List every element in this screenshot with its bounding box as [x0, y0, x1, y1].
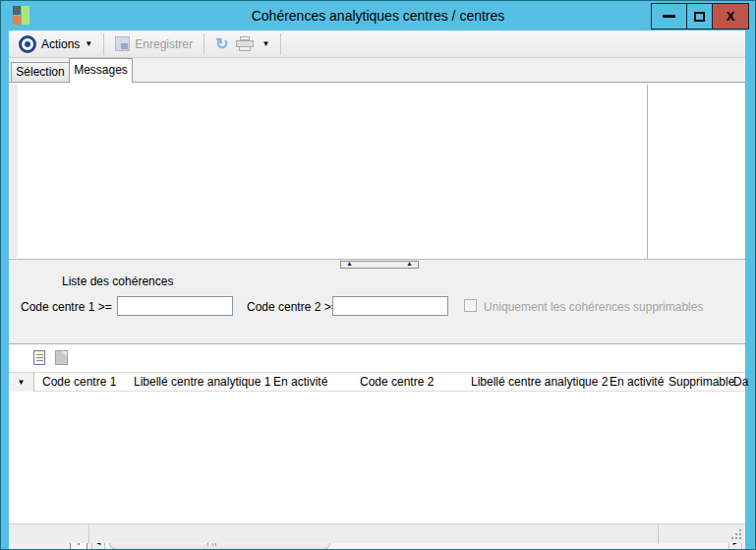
tabstrip: Sélection Messages — [9, 58, 745, 82]
tab-messages[interactable]: Messages — [69, 58, 133, 83]
print-dropdown-button[interactable]: ▼ — [258, 38, 273, 50]
toolbar-separator — [103, 33, 104, 55]
minimize-button[interactable] — [651, 3, 687, 30]
actions-target-icon — [19, 35, 36, 53]
actions-label: Actions — [41, 37, 80, 51]
code-centre-2-label: Code centre 2 >= — [247, 300, 338, 314]
row-selector-header[interactable]: ▼ — [9, 373, 33, 392]
printer-icon — [236, 36, 254, 51]
code-centre-2-input[interactable] — [332, 296, 448, 316]
print-dropdown-icon: ▼ — [262, 40, 269, 48]
toolbar-separator — [280, 33, 281, 55]
titlebar: Cohérences analytiques centres / centres… — [1, 1, 755, 31]
export-icon[interactable] — [55, 350, 68, 365]
actions-dropdown-icon: ▼ — [85, 40, 92, 48]
supprimables-checkbox-label: Uniquement les cohérences supprimables — [484, 300, 703, 314]
code-centre-1-label: Code centre 1 >= — [21, 300, 112, 314]
grid-toolbar — [9, 344, 745, 373]
splitter-up-icon[interactable]: ▲ — [346, 260, 353, 268]
refresh-button[interactable]: ↻ — [211, 34, 232, 54]
grid-body-empty — [9, 392, 745, 533]
column-header-code-centre-2[interactable]: Code centre 2 — [360, 375, 434, 389]
tab-selection[interactable]: Sélection — [11, 62, 70, 82]
resize-grip[interactable] — [729, 527, 741, 539]
actions-button[interactable]: Actions ▼ — [15, 33, 96, 55]
messages-panel-divider — [647, 85, 648, 259]
column-header-en-activite-1[interactable]: En activité — [273, 375, 327, 389]
refresh-icon: ↻ — [215, 36, 228, 52]
close-button[interactable]: X — [712, 3, 749, 30]
code-centre-1-input[interactable] — [117, 296, 233, 316]
column-header-supprimable[interactable]: Supprimable — [669, 375, 734, 389]
save-icon — [115, 36, 130, 51]
document-list-icon[interactable] — [33, 350, 45, 365]
column-header-code-centre-1[interactable]: Code centre 1 — [42, 375, 116, 389]
section-title: Liste des cohérences — [62, 275, 173, 288]
splitter-handle[interactable]: ▲ ▲ — [340, 261, 419, 269]
coherences-grid: ▼ Code centre 1 Libellé centre analytiqu… — [9, 343, 745, 520]
save-button[interactable]: Enregistrer — [111, 34, 197, 53]
status-separator — [88, 524, 89, 544]
minimize-icon — [663, 15, 675, 18]
column-header-libelle-2[interactable]: Libellé centre analytique 2 — [471, 375, 608, 389]
messages-panel — [9, 82, 745, 260]
application-window: Cohérences analytiques centres / centres… — [0, 0, 756, 550]
supprimables-checkbox[interactable] — [464, 299, 477, 312]
status-bar — [9, 523, 745, 543]
grid-header: ▼ Code centre 1 Libellé centre analytiqu… — [9, 373, 745, 392]
column-header-date-truncated[interactable]: Da — [733, 375, 748, 389]
filter-section: Liste des cohérences Code centre 1 >= Co… — [9, 269, 745, 343]
print-button[interactable] — [232, 34, 258, 53]
main-toolbar: Actions ▼ Enregistrer ↻ ▼ — [9, 31, 745, 58]
column-header-libelle-1[interactable]: Libellé centre analytique 1 — [134, 375, 270, 389]
save-label: Enregistrer — [135, 37, 193, 51]
window-title: Cohérences analytiques centres / centres — [1, 1, 755, 31]
splitter-up-icon[interactable]: ▲ — [406, 260, 413, 268]
messages-gutter — [11, 85, 18, 258]
client-area: Actions ▼ Enregistrer ↻ ▼ — [9, 31, 745, 543]
maximize-icon — [694, 12, 705, 22]
column-header-en-activite-2[interactable]: En activité — [610, 375, 664, 389]
toolbar-separator — [204, 33, 204, 55]
maximize-button[interactable] — [686, 3, 713, 30]
status-separator — [658, 524, 659, 544]
splitter-strip: ▲ ▲ — [9, 260, 745, 269]
